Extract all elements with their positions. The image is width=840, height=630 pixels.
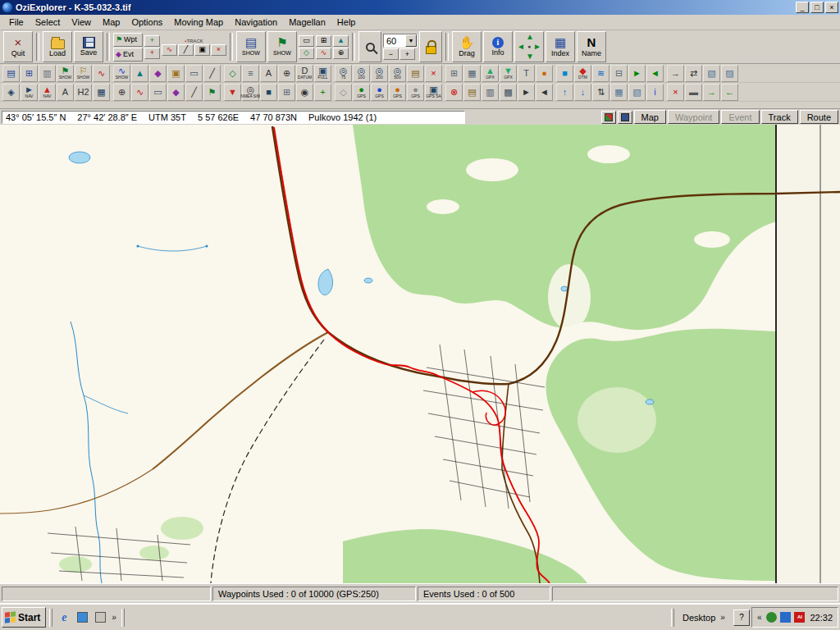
pan-control[interactable]: ▲ ▼ ◄ ► ● [514, 31, 544, 62]
track-wave-button[interactable]: ∿ [131, 84, 148, 101]
tab-route[interactable]: Route [800, 110, 838, 124]
zoom-full-button[interactable]: ▣FULL [314, 65, 331, 82]
target-button[interactable]: ⊕ [113, 84, 130, 101]
close-x-button[interactable]: × [667, 84, 684, 101]
show-waypoints-button[interactable]: ⚑ SHOW [267, 31, 297, 62]
text-tool-button[interactable]: A [260, 65, 277, 82]
blank-map-button[interactable]: ▥ [39, 65, 56, 82]
maximize-button[interactable]: □ [810, 2, 824, 13]
show-tracks-button[interactable]: ∿SHOW [113, 65, 130, 82]
hatch-b-button[interactable]: ▧ [628, 84, 646, 101]
gpx-export-button[interactable]: ▲GPX [482, 65, 499, 82]
zoom-75-button[interactable]: ◎75 [335, 65, 352, 82]
map-grid-button[interactable]: ⊞ [21, 65, 38, 82]
text-a-button[interactable]: A [57, 84, 74, 101]
grid-setup-button[interactable]: ⊞ [445, 65, 463, 82]
gps-orange-button[interactable]: ●GPS [389, 84, 406, 101]
zoom-100-button[interactable]: ◎100 [353, 65, 370, 82]
menu-navigation[interactable]: Navigation [229, 16, 283, 29]
blue-square-button[interactable]: ■ [556, 65, 573, 82]
display-tray-icon[interactable] [780, 612, 791, 623]
taskbar-grip[interactable] [49, 609, 52, 627]
close-button[interactable]: × [825, 2, 838, 13]
map-load-button[interactable]: ▤ [2, 65, 20, 82]
menu-select[interactable]: Select [30, 16, 66, 29]
start-button[interactable]: Start [2, 607, 46, 628]
center-button[interactable]: ⊕ [333, 48, 349, 59]
pan-down-icon[interactable]: ▼ [526, 52, 534, 61]
plus-button[interactable]: + [314, 84, 331, 101]
go-left-button[interactable]: ← [721, 84, 738, 101]
desktop-chevron-icon[interactable]: » [719, 613, 727, 622]
down-arrow-button[interactable]: ↓ [574, 84, 591, 101]
zoom-200-button[interactable]: ◎200 [371, 65, 388, 82]
menu-help[interactable]: Help [331, 16, 362, 29]
nmea-sim-button[interactable]: ◎NMEA SIM [242, 84, 259, 101]
tab-track[interactable]: Track [761, 110, 798, 124]
backward-button[interactable]: ◄ [536, 84, 553, 101]
up-arrow-button[interactable]: ↑ [556, 84, 573, 101]
gpx-import-button[interactable]: ▼GPX [500, 65, 517, 82]
window-titlebar[interactable]: OziExplorer - K-35-032-3.tif _ □ × [0, 0, 840, 15]
flag-button[interactable]: ⚑ [203, 84, 221, 101]
bar-button[interactable]: ▬ [685, 84, 702, 101]
menu-view[interactable]: View [66, 16, 97, 29]
gps-green-button[interactable]: ●GPS [353, 84, 370, 101]
track-clear-button[interactable]: × [211, 44, 226, 56]
arrow-right-button[interactable]: → [667, 65, 684, 82]
comments-button[interactable]: ▣ [167, 65, 185, 82]
up-down-button[interactable]: ⇅ [592, 84, 609, 101]
diamond-open-button[interactable]: ◇ [335, 84, 352, 101]
dtm-button[interactable]: ◆DTM [574, 65, 591, 82]
swap-button[interactable]: ⇄ [685, 65, 702, 82]
ruler-button[interactable]: ▭ [185, 65, 203, 82]
name-button[interactable]: N Name [577, 31, 606, 62]
ruler-button[interactable]: ▭ [299, 35, 314, 47]
desktop-toolbar[interactable]: Desktop » [678, 607, 732, 628]
menu-map[interactable]: Map [97, 16, 126, 29]
show-desktop-icon[interactable] [92, 609, 108, 626]
grid-b-button[interactable]: ▦ [610, 84, 628, 101]
print-button[interactable]: ▤ [407, 65, 424, 82]
pan-up-icon[interactable]: ▲ [526, 33, 534, 41]
pan-center-icon[interactable]: ● [527, 43, 531, 49]
blue-block-button[interactable]: ■ [260, 84, 277, 101]
track-log-button[interactable]: ∿ [162, 44, 177, 56]
panel-button[interactable]: ▥ [482, 84, 499, 101]
zoom-out-button[interactable]: − [383, 48, 399, 60]
quit-button[interactable]: × Quit [3, 31, 33, 62]
waves-button[interactable]: ≋ [592, 65, 609, 82]
go-right-button[interactable]: → [703, 84, 720, 101]
internet-explorer-icon[interactable]: e [56, 609, 72, 626]
gps-gray-button[interactable]: ●GPS [407, 84, 424, 101]
hatch-button[interactable]: ▨ [721, 65, 738, 82]
layers-button[interactable]: ▧ [703, 65, 720, 82]
show-names-button[interactable]: ⚐SHOW [75, 65, 92, 82]
map-canvas[interactable] [0, 125, 840, 583]
pan-left-icon[interactable]: ◄ [517, 43, 525, 51]
menu-magellan[interactable]: Magellan [283, 16, 331, 29]
gps-blue-button[interactable]: ●GPS [371, 84, 388, 101]
quick-launch-chevron[interactable]: » [110, 613, 118, 622]
tools-button[interactable]: T [518, 65, 535, 82]
menu-options[interactable]: Options [126, 16, 168, 29]
gps-sa-button[interactable]: ▣GPS SA [425, 84, 442, 101]
ati-tray-icon[interactable]: AI [794, 612, 805, 623]
taskbar-grip[interactable] [671, 609, 674, 627]
info-button[interactable]: i [646, 84, 664, 101]
drag-button[interactable]: ✋ Drag [452, 31, 482, 62]
no-gps-button[interactable]: ⊗ [445, 84, 463, 101]
show-map-button[interactable]: ▤ SHOW [236, 31, 266, 62]
add-waypoint-button[interactable]: + [144, 35, 160, 47]
event-tool-button[interactable]: ◆ [167, 84, 185, 101]
profile-button[interactable]: ▲ [333, 35, 349, 47]
show-waypoints-button[interactable]: ⚑SHOW [57, 65, 74, 82]
tab-map[interactable]: Map [634, 110, 666, 124]
dense-grid-button[interactable]: ▩ [500, 84, 517, 101]
plus-grid-button[interactable]: ⊞ [278, 84, 295, 101]
help-button[interactable]: ? [733, 609, 750, 626]
memory-card-button[interactable]: ▤ [463, 84, 481, 101]
area-button[interactable]: ◇ [299, 48, 314, 59]
tab-waypoint[interactable]: Waypoint [668, 110, 719, 124]
wave-button[interactable]: ∿ [316, 48, 331, 59]
